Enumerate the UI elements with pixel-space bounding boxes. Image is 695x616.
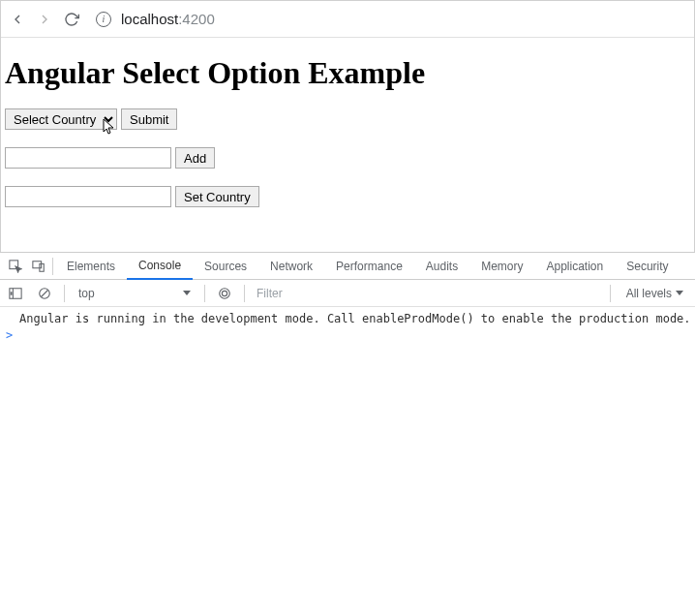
log-levels-select[interactable]: All levels bbox=[619, 287, 691, 300]
tab-sources[interactable]: Sources bbox=[193, 253, 258, 280]
set-country-input[interactable] bbox=[5, 186, 171, 207]
separator bbox=[610, 285, 611, 302]
url-text: localhost:4200 bbox=[121, 11, 215, 27]
console-sidebar-toggle-icon[interactable] bbox=[4, 281, 27, 306]
tab-memory[interactable]: Memory bbox=[469, 253, 534, 280]
context-select[interactable]: top bbox=[73, 287, 196, 300]
forward-button[interactable] bbox=[36, 11, 53, 28]
devtools-panel: Elements Console Sources Network Perform… bbox=[0, 252, 695, 616]
set-country-button[interactable]: Set Country bbox=[175, 186, 259, 207]
device-toggle-icon[interactable] bbox=[27, 254, 50, 279]
submit-button[interactable]: Submit bbox=[121, 108, 177, 130]
svg-point-7 bbox=[222, 291, 227, 295]
chevron-down-icon bbox=[676, 291, 683, 295]
browser-toolbar: i localhost:4200 bbox=[1, 1, 694, 38]
reload-button[interactable] bbox=[63, 11, 80, 28]
devtools-tabs: Elements Console Sources Network Perform… bbox=[0, 253, 695, 280]
live-expression-icon[interactable] bbox=[213, 281, 236, 306]
separator bbox=[244, 285, 245, 302]
separator bbox=[52, 258, 53, 275]
separator bbox=[64, 285, 65, 302]
country-select[interactable]: Select Country bbox=[5, 108, 117, 130]
console-output: Angular is running in the development mo… bbox=[0, 307, 695, 616]
tab-console[interactable]: Console bbox=[127, 253, 193, 280]
tab-security[interactable]: Security bbox=[615, 253, 680, 280]
address-bar[interactable]: i localhost:4200 bbox=[96, 11, 686, 27]
site-info-icon[interactable]: i bbox=[96, 12, 111, 27]
chevron-down-icon bbox=[183, 291, 191, 295]
back-button[interactable] bbox=[9, 11, 26, 28]
page-title: Angular Select Option Example bbox=[5, 55, 690, 91]
row-select: Select Country Submit bbox=[5, 108, 690, 130]
tab-performance[interactable]: Performance bbox=[324, 253, 414, 280]
page-content: Angular Select Option Example Select Cou… bbox=[1, 38, 694, 229]
console-message: Angular is running in the development mo… bbox=[0, 311, 695, 326]
separator bbox=[204, 285, 205, 302]
tab-network[interactable]: Network bbox=[258, 253, 324, 280]
filter-input[interactable] bbox=[253, 287, 602, 300]
add-input[interactable] bbox=[5, 147, 171, 169]
inspect-element-icon[interactable] bbox=[4, 254, 27, 279]
console-toolbar: top All levels bbox=[0, 280, 695, 307]
tab-application[interactable]: Application bbox=[535, 253, 616, 280]
add-button[interactable]: Add bbox=[175, 147, 215, 169]
console-prompt[interactable]: > bbox=[0, 326, 695, 344]
svg-line-6 bbox=[42, 290, 48, 296]
clear-console-icon[interactable] bbox=[33, 281, 56, 306]
tab-audits[interactable]: Audits bbox=[414, 253, 469, 280]
context-label: top bbox=[78, 287, 95, 300]
row-set: Set Country bbox=[5, 186, 690, 207]
tab-elements[interactable]: Elements bbox=[55, 253, 127, 280]
row-add: Add bbox=[5, 147, 690, 169]
levels-label: All levels bbox=[626, 287, 672, 300]
